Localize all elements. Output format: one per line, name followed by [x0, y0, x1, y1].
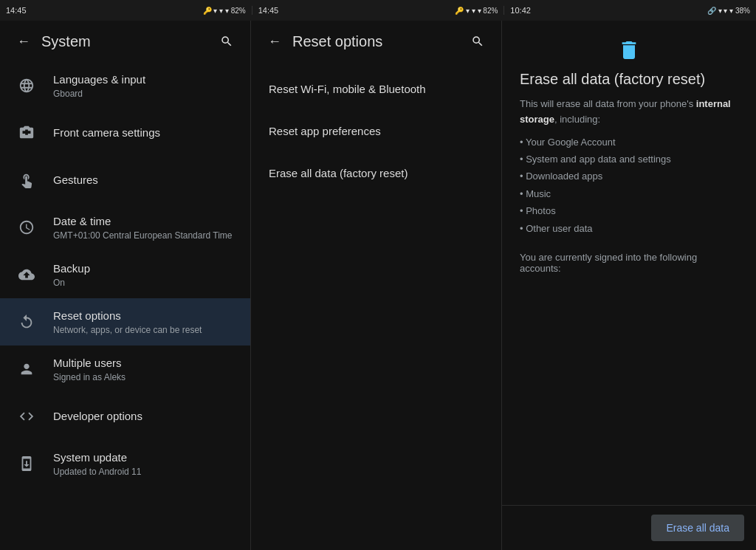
- erase-list-item-4: • Music: [520, 185, 738, 202]
- system-update-label: System update: [53, 450, 238, 465]
- settings-item-front-camera[interactable]: Front camera settings: [0, 109, 250, 157]
- date-time-sublabel: GMT+01:00 Central European Standard Time: [53, 230, 238, 241]
- multiple-users-label: Multiple users: [53, 356, 238, 371]
- status-segment-2: 14:45 🔑 ▾ ▾ ▾ 82%: [252, 6, 505, 15]
- erase-all-data-item[interactable]: Erase all data (factory reset): [251, 152, 501, 194]
- date-time-text: Date & time GMT+01:00 Central European S…: [53, 214, 238, 241]
- settings-list: Languages & input Gboard Front camera se…: [0, 62, 250, 550]
- reset-options-panel: ← Reset options Reset Wi-Fi, mobile & Bl…: [251, 21, 502, 550]
- developer-label: Developer options: [53, 409, 238, 424]
- system-update-icon: [12, 449, 41, 478]
- erase-list-item-6: • Other user data: [520, 220, 738, 237]
- settings-item-developer[interactable]: Developer options: [0, 393, 250, 440]
- front-camera-icon: [12, 118, 41, 148]
- languages-icon: [12, 71, 41, 100]
- reset-options-sublabel: Network, apps, or device can be reset: [53, 325, 238, 335]
- status-time-2: 14:45: [258, 6, 279, 15]
- languages-text: Languages & input Gboard: [53, 72, 238, 99]
- main-panels: ← System Languages & input Gboard: [0, 21, 756, 550]
- reset-app-preferences-item[interactable]: Reset app preferences: [251, 110, 501, 152]
- system-update-text: System update Updated to Android 11: [53, 450, 238, 477]
- front-camera-label: Front camera settings: [53, 126, 238, 140]
- languages-sublabel: Gboard: [53, 89, 238, 99]
- multiple-users-sublabel: Signed in as Aleks: [53, 372, 238, 382]
- backup-icon: [12, 260, 41, 289]
- backup-sublabel: On: [53, 278, 238, 288]
- multiple-users-icon: [12, 354, 41, 384]
- status-segment-1: 14:45 🔑 ▾ ▾ ▾ 82%: [0, 6, 252, 15]
- reset-options-text: Reset options Network, apps, or device c…: [53, 309, 238, 335]
- status-time-1: 14:45: [6, 6, 27, 15]
- reset-options-header: ← Reset options: [251, 21, 501, 62]
- settings-item-gestures[interactable]: Gestures: [0, 157, 250, 204]
- settings-item-multiple-users[interactable]: Multiple users Signed in as Aleks: [0, 346, 250, 393]
- system-update-sublabel: Updated to Android 11: [53, 467, 238, 477]
- erase-data-panel: Erase all data (factory reset) This will…: [502, 21, 756, 550]
- erase-all-data-label: Erase all data (factory reset): [269, 167, 408, 179]
- settings-item-date-time[interactable]: Date & time GMT+01:00 Central European S…: [0, 204, 250, 251]
- status-icons-3: 🔗 ▾ ▾ ▾ 38%: [707, 7, 750, 15]
- date-time-icon: [12, 213, 41, 242]
- reset-options-label: Reset options: [53, 309, 238, 323]
- erase-items-list: • Your Google Account • System and app d…: [520, 134, 738, 237]
- erase-list-item-3: • Downloaded apps: [520, 168, 738, 185]
- system-back-button[interactable]: ←: [12, 30, 35, 53]
- settings-item-system-update[interactable]: System update Updated to Android 11: [0, 440, 250, 487]
- erase-title: Erase all data (factory reset): [520, 71, 738, 88]
- system-panel-header: ← System: [0, 21, 250, 62]
- multiple-users-text: Multiple users Signed in as Aleks: [53, 356, 238, 382]
- developer-text: Developer options: [53, 409, 238, 424]
- erase-all-data-button[interactable]: Erase all data: [651, 515, 744, 541]
- erase-desc-prefix: This will erase all data from your phone…: [520, 98, 696, 109]
- reset-options-title: Reset options: [292, 33, 466, 50]
- status-icons-1: 🔑 ▾ ▾ ▾ 82%: [203, 7, 246, 15]
- reset-options-search-button[interactable]: [466, 30, 489, 53]
- backup-label: Backup: [53, 261, 238, 276]
- erase-description: This will erase all data from your phone…: [520, 97, 738, 128]
- status-icons-2: 🔑 ▾ ▾ ▾ 82%: [455, 7, 498, 15]
- system-panel-title: System: [41, 33, 215, 50]
- gestures-label: Gestures: [53, 173, 238, 188]
- erase-desc-suffix: , including:: [554, 114, 600, 125]
- reset-wifi-item[interactable]: Reset Wi-Fi, mobile & Bluetooth: [251, 68, 501, 110]
- erase-list-item-5: • Photos: [520, 202, 738, 219]
- front-camera-text: Front camera settings: [53, 126, 238, 140]
- status-segment-3: 10:42 🔗 ▾ ▾ ▾ 38%: [504, 6, 756, 15]
- date-time-label: Date & time: [53, 214, 238, 229]
- system-panel: ← System Languages & input Gboard: [0, 21, 251, 550]
- developer-icon: [12, 402, 41, 431]
- erase-list-item-2: • System and app data and settings: [520, 151, 738, 168]
- erase-list-item-1: • Your Google Account: [520, 134, 738, 151]
- status-time-3: 10:42: [510, 6, 531, 15]
- gestures-text: Gestures: [53, 173, 238, 188]
- settings-item-reset-options[interactable]: Reset options Network, apps, or device c…: [0, 298, 250, 346]
- reset-options-back-button[interactable]: ←: [263, 30, 286, 53]
- reset-list: Reset Wi-Fi, mobile & Bluetooth Reset ap…: [251, 62, 501, 550]
- gestures-icon: [12, 165, 41, 195]
- reset-wifi-label: Reset Wi-Fi, mobile & Bluetooth: [269, 83, 426, 95]
- erase-trash-icon: [520, 38, 738, 62]
- settings-item-backup[interactable]: Backup On: [0, 251, 250, 298]
- system-search-button[interactable]: [215, 30, 238, 53]
- erase-accounts-text: You are currently signed into the follow…: [520, 252, 738, 274]
- reset-options-icon: [12, 307, 41, 337]
- reset-app-preferences-label: Reset app preferences: [269, 125, 381, 137]
- languages-label: Languages & input: [53, 72, 238, 87]
- status-bar: 14:45 🔑 ▾ ▾ ▾ 82% 14:45 🔑 ▾ ▾ ▾ 82% 10:4…: [0, 0, 756, 21]
- erase-content: Erase all data (factory reset) This will…: [502, 21, 756, 505]
- backup-text: Backup On: [53, 261, 238, 288]
- erase-footer: Erase all data: [502, 505, 756, 550]
- settings-item-languages[interactable]: Languages & input Gboard: [0, 62, 250, 109]
